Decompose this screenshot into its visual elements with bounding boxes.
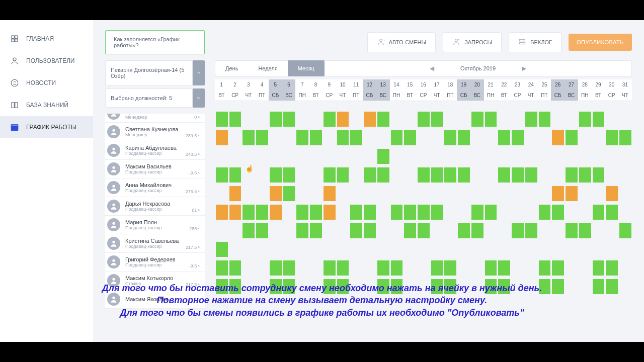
schedule-cell[interactable] [443,203,457,221]
schedule-cell[interactable] [443,185,457,203]
schedule-cell[interactable] [376,240,390,258]
schedule-cell[interactable] [443,240,457,258]
schedule-cell[interactable] [363,259,376,277]
schedule-cell[interactable] [376,166,390,184]
shift-block[interactable] [606,260,618,276]
schedule-cell[interactable] [323,240,336,258]
schedule-cell[interactable] [295,185,309,203]
employee-row[interactable]: Дарья НекрасоваПродавец-кассир81 ч. [105,197,205,216]
schedule-cell[interactable] [430,203,444,221]
employee-row[interactable]: Максим ВасильевПродавец-кассир-9.5 ч. [105,160,205,178]
day-number[interactable]: 24 [524,79,538,90]
schedule-cell[interactable] [363,203,376,221]
schedule-cell[interactable] [269,240,282,258]
schedule-cell[interactable] [309,147,323,165]
schedule-cell[interactable] [443,259,457,277]
employee-row[interactable]: Анна МихайловичПродавец-кассир275.5 ч. [105,178,205,197]
schedule-cell[interactable] [605,240,618,258]
shift-block[interactable] [364,112,376,127]
schedule-cell[interactable] [484,101,498,110]
shift-block[interactable] [391,205,403,220]
schedule-cell[interactable] [470,203,484,221]
schedule-cell[interactable] [578,259,592,277]
shift-block[interactable] [296,223,308,238]
schedule-cell[interactable] [403,110,417,128]
schedule-cell[interactable] [295,101,309,110]
schedule-cell[interactable] [551,259,565,277]
schedule-cell[interactable] [323,110,336,128]
schedule-cell[interactable] [457,166,470,184]
day-number[interactable]: 29 [592,79,605,90]
schedule-cell[interactable] [538,185,551,203]
schedule-cell[interactable] [497,203,511,221]
shift-block[interactable] [270,186,282,201]
schedule-cell[interactable] [269,166,282,184]
schedule-cell[interactable] [605,166,618,184]
schedule-cell[interactable] [484,166,498,184]
schedule-cell[interactable] [618,185,632,203]
schedule-cell[interactable] [618,259,632,277]
schedule-cell[interactable] [443,222,457,240]
shift-block[interactable] [350,205,362,220]
schedule-cell[interactable] [470,240,484,258]
schedule-cell[interactable] [255,203,269,221]
schedule-cell[interactable] [511,110,524,128]
schedule-cell[interactable] [363,129,376,147]
schedule-cell[interactable] [309,185,323,203]
schedule-cell[interactable] [349,185,363,203]
shift-block[interactable] [283,112,295,127]
shift-block[interactable] [377,260,389,276]
shift-block[interactable] [229,167,242,183]
schedule-cell[interactable] [511,185,524,203]
schedule-cell[interactable] [390,222,404,240]
schedule-cell[interactable] [295,129,309,147]
schedule-cell[interactable] [269,185,282,203]
schedule-cell[interactable] [592,222,605,240]
schedule-cell[interactable] [457,222,470,240]
day-number[interactable]: 2 [228,79,242,90]
day-number[interactable]: 14 [390,79,404,90]
schedule-cell[interactable] [470,166,484,184]
schedule-cell[interactable] [309,110,323,128]
schedule-cell[interactable] [403,259,417,277]
shift-block[interactable] [579,167,591,183]
schedule-cell[interactable] [323,129,336,147]
schedule-cell[interactable] [417,222,430,240]
schedule-cell[interactable] [578,129,592,147]
schedule-cell[interactable] [511,240,524,258]
shift-block[interactable] [243,223,255,238]
shift-block[interactable] [552,186,564,201]
schedule-cell[interactable] [524,203,538,221]
schedule-cell[interactable] [565,110,578,128]
shift-block[interactable] [283,167,295,183]
schedule-cell[interactable] [417,147,430,165]
schedule-cell[interactable] [282,185,296,203]
schedule-cell[interactable] [430,185,444,203]
schedule-cell[interactable] [376,203,390,221]
schedule-cell[interactable] [618,110,632,128]
schedule-cell[interactable] [323,166,336,184]
schedule-cell[interactable] [497,147,511,165]
day-number[interactable]: 16 [417,79,430,90]
schedule-cell[interactable] [376,129,390,147]
schedule-cell[interactable] [255,129,269,147]
schedule-cell[interactable] [484,259,498,277]
shift-block[interactable] [431,112,443,127]
schedule-cell[interactable] [524,240,538,258]
shift-block[interactable] [216,260,228,276]
shift-block[interactable] [606,130,618,145]
schedule-cell[interactable] [228,185,242,203]
schedule-cell[interactable] [430,147,444,165]
schedule-cell[interactable] [565,203,578,221]
day-number[interactable]: 7 [295,79,309,90]
shift-block[interactable] [579,112,591,127]
schedule-cell[interactable] [349,147,363,165]
schedule-cell[interactable] [403,147,417,165]
schedule-cell[interactable] [228,240,242,258]
schedule-cell[interactable] [592,185,605,203]
schedule-cell[interactable] [295,110,309,128]
day-number[interactable]: 19 [457,79,470,90]
schedule-cell[interactable] [349,110,363,128]
schedule-cell[interactable] [255,222,269,240]
schedule-cell[interactable] [565,101,578,110]
